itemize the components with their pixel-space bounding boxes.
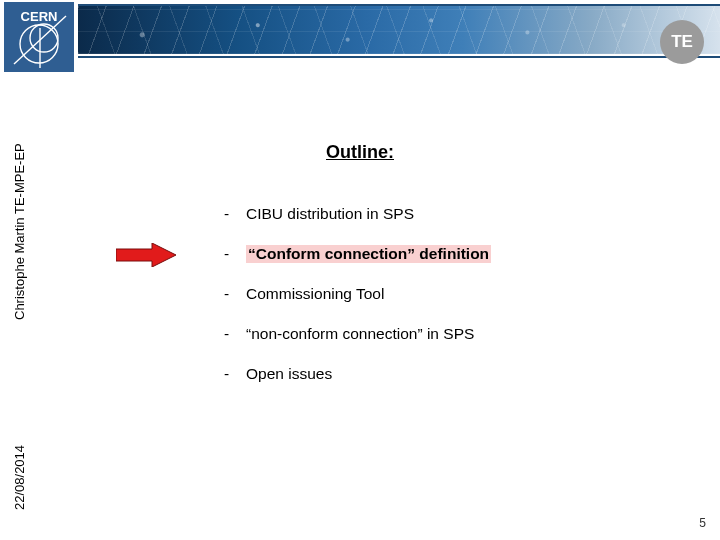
bullet-dash: - [224, 205, 246, 223]
banner-bottom-rule [78, 56, 720, 58]
list-item: - Open issues [224, 365, 604, 383]
cern-logo-icon: CERN [4, 2, 74, 72]
bullet-text: Commissioning Tool [246, 285, 384, 303]
slide-title: Outline: [0, 142, 720, 163]
bullet-dash: - [224, 285, 246, 303]
list-item: - “non-conform connection” in SPS [224, 325, 604, 343]
banner-image [78, 6, 720, 54]
bullet-dash: - [224, 325, 246, 343]
bullet-text-highlighted: “Conform connection” definition [246, 245, 491, 263]
list-item: - Commissioning Tool [224, 285, 604, 303]
bullet-text: Open issues [246, 365, 332, 383]
header: CERN TE [0, 0, 720, 70]
outline-list: - CIBU distribution in SPS - “Conform co… [224, 205, 604, 405]
department-badge-text: TE [671, 32, 693, 52]
cern-logo-text: CERN [21, 9, 58, 24]
list-item: - “Conform connection” definition [224, 245, 604, 263]
bullet-text: CIBU distribution in SPS [246, 205, 414, 223]
page-number: 5 [699, 516, 706, 530]
slide: CERN TE Christophe Martin TE-MPE-EP 22/0… [0, 0, 720, 540]
department-badge: TE [660, 20, 704, 64]
author-label: Christophe Martin TE-MPE-EP [12, 143, 27, 320]
bullet-dash: - [224, 245, 246, 263]
bullet-dash: - [224, 365, 246, 383]
date-label: 22/08/2014 [12, 445, 27, 510]
svg-marker-5 [116, 243, 176, 267]
list-item: - CIBU distribution in SPS [224, 205, 604, 223]
current-item-arrow-icon [116, 243, 176, 267]
cern-logo: CERN [4, 2, 74, 72]
bullet-text: “non-conform connection” in SPS [246, 325, 474, 343]
